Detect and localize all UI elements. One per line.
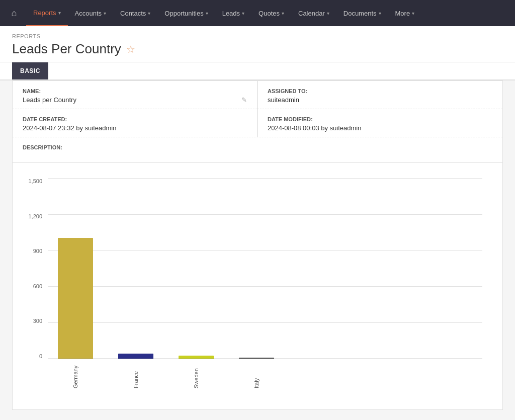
date-modified-value: 2024-08-08 00:03 by suiteadmin	[268, 124, 492, 132]
date-created-value: 2024-08-07 23:32 by suiteadmin	[23, 124, 247, 132]
page-header: REPORTS Leads Per Country ☆	[0, 26, 515, 62]
date-modified-label: DATE MODIFIED:	[268, 116, 492, 122]
date-created-label: DATE CREATED:	[23, 116, 247, 122]
detail-grid: NAME: Leads per Country ✎ DATE CREATED: …	[13, 81, 502, 162]
quotes-chevron-icon: ▾	[282, 11, 284, 16]
favorite-star-icon[interactable]: ☆	[126, 43, 135, 55]
more-chevron-icon: ▾	[412, 11, 414, 16]
chart-plot	[48, 178, 482, 359]
nav-item-quotes[interactable]: Quotes ▾	[251, 0, 291, 26]
nav-item-accounts[interactable]: Accounts ▾	[68, 0, 113, 26]
leads-chevron-icon: ▾	[242, 11, 244, 16]
name-value: Leads per Country	[23, 96, 76, 104]
opportunities-chevron-icon: ▾	[206, 11, 208, 16]
bar-italy	[239, 358, 274, 359]
assigned-label: ASSIGNED TO:	[268, 88, 492, 94]
y-label-300: 300	[23, 318, 42, 324]
home-button[interactable]: ⌂	[2, 0, 26, 26]
assigned-field: ASSIGNED TO: suiteadmin	[258, 81, 502, 109]
bars-container	[58, 178, 482, 359]
y-label-1200: 1,200	[23, 213, 42, 219]
detail-panel: NAME: Leads per Country ✎ DATE CREATED: …	[12, 80, 503, 163]
bar-group-germany	[58, 238, 93, 359]
page-title-text: Leads Per Country	[12, 41, 121, 57]
detail-right-col: ASSIGNED TO: suiteadmin DATE MODIFIED: 2…	[258, 81, 502, 137]
nav-item-documents[interactable]: Documents ▾	[336, 0, 388, 26]
top-navigation: ⌂ Reports ▾ Accounts ▾ Contacts ▾ Opport…	[0, 0, 515, 26]
bar-group-sweden	[179, 356, 214, 359]
x-label-germany: Germany	[58, 363, 93, 388]
description-label: DESCRIPTION:	[23, 144, 492, 150]
date-created-field: DATE CREATED: 2024-08-07 23:32 by suitea…	[13, 109, 257, 137]
description-field: DESCRIPTION:	[13, 137, 502, 162]
nav-item-reports[interactable]: Reports ▾	[26, 0, 68, 26]
name-label: NAME:	[23, 88, 247, 94]
bar-sweden	[179, 356, 214, 359]
tab-basic[interactable]: BASIC	[12, 62, 48, 79]
chart-container: 0 300 600 900 1,200 1,500	[12, 163, 503, 410]
documents-chevron-icon: ▾	[379, 11, 381, 16]
bar-group-france	[118, 354, 153, 359]
bar-france	[118, 354, 153, 359]
x-label-italy: Italy	[239, 363, 274, 388]
name-field: NAME: Leads per Country ✎	[13, 81, 257, 109]
name-edit-icon[interactable]: ✎	[241, 96, 247, 104]
y-label-600: 600	[23, 283, 42, 289]
contacts-chevron-icon: ▾	[148, 11, 150, 16]
nav-item-contacts[interactable]: Contacts ▾	[113, 0, 157, 26]
x-axis-labels: Germany France Sweden Italy	[48, 363, 482, 388]
name-value-row: Leads per Country ✎	[23, 96, 247, 104]
nav-item-opportunities[interactable]: Opportunities ▾	[157, 0, 215, 26]
page-title-row: Leads Per Country ☆	[12, 41, 503, 57]
tabs-bar: BASIC	[0, 62, 515, 80]
calendar-chevron-icon: ▾	[327, 11, 329, 16]
bar-germany	[58, 238, 93, 359]
reports-chevron-icon: ▾	[58, 10, 61, 16]
chart-wrapper: 0 300 600 900 1,200 1,500	[23, 178, 492, 389]
nav-item-calendar[interactable]: Calendar ▾	[291, 0, 336, 26]
breadcrumb: REPORTS	[12, 33, 503, 39]
date-modified-field: DATE MODIFIED: 2024-08-08 00:03 by suite…	[258, 109, 502, 137]
y-label-1500: 1,500	[23, 178, 42, 184]
nav-item-more[interactable]: More ▾	[388, 0, 422, 26]
bar-group-italy	[239, 358, 274, 359]
main-content: NAME: Leads per Country ✎ DATE CREATED: …	[0, 80, 515, 420]
accounts-chevron-icon: ▾	[104, 11, 106, 16]
nav-item-leads[interactable]: Leads ▾	[215, 0, 251, 26]
x-label-sweden: Sweden	[179, 363, 214, 388]
y-label-0: 0	[23, 353, 42, 359]
y-axis: 0 300 600 900 1,200 1,500	[23, 178, 45, 359]
x-label-france: France	[118, 363, 153, 388]
assigned-value: suiteadmin	[268, 96, 492, 104]
detail-left-col: NAME: Leads per Country ✎ DATE CREATED: …	[13, 81, 258, 137]
y-label-900: 900	[23, 248, 42, 254]
